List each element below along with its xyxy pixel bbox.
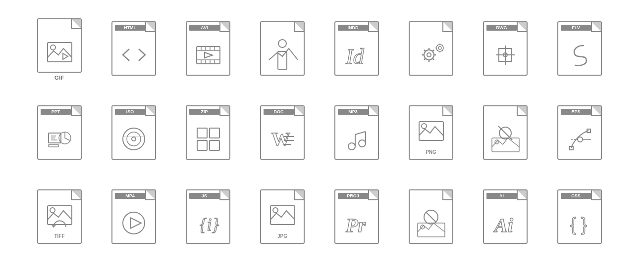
file-doc-avi: AVI	[186, 21, 230, 76]
tiff-image-icon	[46, 203, 73, 230]
eps-file-label: EPS	[561, 109, 591, 115]
file-icon-mp3: MP3	[324, 96, 389, 171]
svg-point-66	[422, 124, 427, 129]
file-doc-flv: FLV	[557, 21, 602, 76]
doc-file-label: DOC	[264, 109, 294, 115]
file-icon-forbidden	[399, 181, 463, 255]
iso-disc-icon	[120, 126, 148, 153]
file-icon-zip: ZIP	[176, 96, 240, 171]
gif-label: GIF	[54, 75, 64, 81]
file-doc-tiff: TIFF	[37, 189, 82, 244]
css-code-icon: { }	[566, 210, 593, 237]
file-icon-js: JS {i}	[176, 181, 240, 255]
gear-icon	[415, 39, 447, 71]
svg-text:Id: Id	[345, 45, 365, 69]
file-doc-forbidden	[409, 189, 453, 244]
svg-line-34	[437, 45, 438, 46]
svg-point-29	[438, 46, 441, 49]
flv-icon	[566, 42, 593, 69]
zip-file-label: ZIP	[189, 109, 219, 115]
svg-text:W: W	[271, 129, 290, 149]
file-doc-iso: ISO	[111, 105, 156, 160]
flv-file-label: FLV	[561, 25, 591, 31]
forbidden-image-icon	[415, 207, 447, 239]
file-doc-js: JS {i}	[186, 189, 230, 244]
mp3-file-label: MP3	[338, 109, 368, 115]
jpg-image-icon	[269, 203, 296, 230]
avi-video-icon	[195, 42, 222, 69]
svg-marker-79	[130, 218, 141, 228]
file-icon-ppt: PPT	[27, 96, 92, 171]
svg-rect-3	[197, 46, 220, 64]
file-icon-iso: ISO	[102, 96, 166, 171]
file-icon-dwg: DWG	[473, 12, 537, 87]
svg-marker-14	[205, 52, 213, 58]
indd-file-label: INDD	[338, 25, 368, 31]
hidden-image-icon	[489, 123, 522, 155]
dwg-file-label: DWG	[486, 25, 517, 31]
ppt-icon	[46, 126, 73, 153]
file-icon-avi: AVI	[176, 12, 240, 87]
file-icon-html: HTML	[102, 12, 166, 87]
file-doc-gear	[409, 21, 453, 76]
file-icon-doc: DOC W	[250, 96, 315, 171]
file-icon-indd: INDD Id	[324, 12, 389, 87]
file-icon-gear	[399, 12, 463, 87]
indd-icon: Id	[343, 42, 371, 69]
file-doc-indd: INDD Id	[334, 21, 379, 76]
mp4-play-icon	[120, 210, 148, 237]
ai-file-label: AI	[486, 193, 517, 199]
svg-line-64	[355, 132, 366, 135]
file-doc-mp3: MP3	[334, 105, 379, 160]
svg-rect-55	[210, 140, 219, 150]
svg-point-61	[359, 140, 366, 147]
css-file-label: CSS	[561, 193, 591, 199]
svg-point-60	[348, 143, 355, 150]
js-file-label: JS	[189, 193, 219, 199]
file-doc-hidden	[483, 105, 528, 160]
svg-rect-53	[210, 128, 219, 138]
svg-line-36	[442, 45, 443, 46]
svg-point-82	[273, 208, 278, 213]
proj-premiere-icon: Pr	[343, 210, 371, 237]
dwg-icon	[492, 42, 519, 69]
svg-line-26	[432, 50, 434, 51]
html-code-icon	[120, 42, 148, 69]
file-icons-grid: GIF HTML AVI	[17, 2, 627, 270]
svg-text:{ }: { }	[570, 214, 587, 234]
eps-icon	[566, 126, 593, 153]
file-doc-ai: AI Ai	[483, 189, 528, 244]
zip-grid-icon	[195, 126, 222, 153]
file-doc-png: PNG	[409, 105, 453, 160]
mp3-music-icon	[343, 126, 371, 153]
svg-point-15	[278, 40, 286, 47]
file-doc-ppt: PPT	[37, 105, 82, 160]
svg-rect-43	[49, 144, 58, 147]
alert-image-icon	[267, 38, 299, 72]
doc-word-icon: W	[269, 126, 296, 153]
gif-image-icon	[46, 39, 73, 66]
file-icon-flv: FLV	[547, 12, 612, 87]
png-image-icon	[418, 119, 445, 146]
svg-line-85	[426, 212, 436, 222]
file-icon-ai: AI Ai	[473, 181, 537, 255]
svg-line-24	[424, 50, 426, 51]
ppt-file-label: PPT	[41, 109, 71, 115]
file-icon-gif: GIF	[27, 12, 92, 87]
file-doc-gif	[37, 18, 82, 73]
svg-point-1	[51, 45, 55, 50]
avi-file-label: AVI	[189, 25, 219, 31]
file-icon-eps: EPS	[547, 96, 612, 171]
file-doc-doc: DOC W	[260, 105, 305, 160]
ai-icon: Ai	[492, 210, 519, 237]
svg-line-35	[442, 50, 443, 51]
html-file-label: HTML	[115, 25, 145, 31]
file-icon-png: PNG	[399, 96, 463, 171]
file-doc-proj: PROJ Pr	[334, 189, 379, 244]
file-doc-eps: EPS	[557, 105, 602, 160]
file-doc-mp4: MP4	[111, 189, 156, 244]
file-doc-zip: ZIP	[186, 105, 230, 160]
svg-rect-52	[197, 128, 207, 138]
file-icon-alert	[250, 12, 315, 87]
svg-point-19	[427, 53, 431, 57]
